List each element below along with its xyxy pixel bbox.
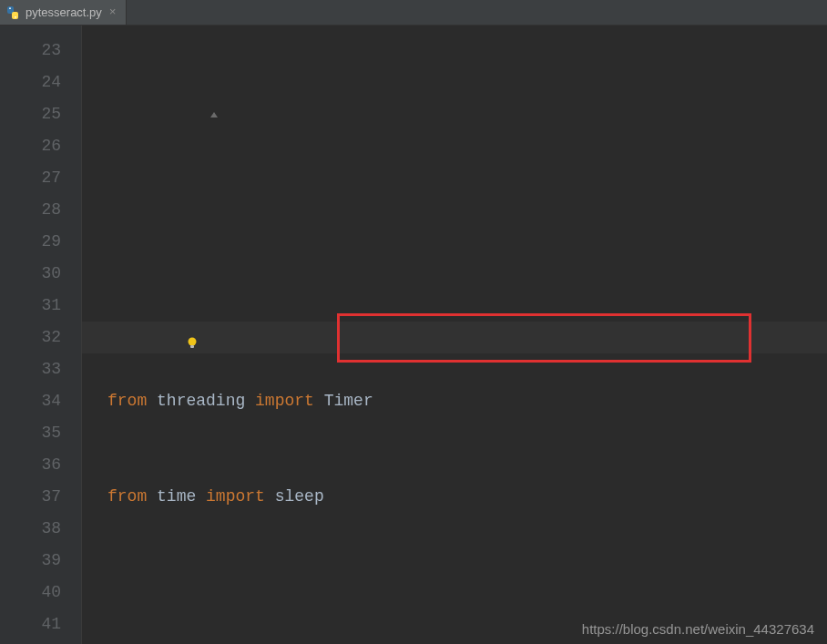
code-line: from time import sleep [107, 481, 827, 513]
line-number: 31 [0, 290, 61, 322]
code-line: from threading import Timer [107, 385, 827, 417]
editor: 23 24 25 26 27 28 29 30 31 32 33 34 35 3… [0, 26, 827, 644]
svg-point-4 [188, 338, 196, 346]
line-number: 24 [0, 66, 61, 98]
python-file-icon [5, 5, 20, 20]
line-number: 35 [0, 417, 61, 449]
line-number: 37 [0, 481, 61, 513]
line-number: 39 [0, 545, 61, 577]
tab-close-icon[interactable]: × [107, 5, 118, 19]
code-area[interactable]: from threading import Timer from time im… [82, 26, 827, 644]
line-number: 29 [0, 226, 61, 258]
line-number: 32 [0, 322, 61, 353]
line-number: 28 [0, 194, 61, 226]
line-number: 38 [0, 513, 61, 545]
svg-point-3 [15, 15, 16, 17]
svg-rect-1 [12, 12, 18, 19]
svg-point-2 [9, 7, 11, 9]
tab-bar: pytesseract.py × [0, 0, 827, 26]
line-number: 34 [0, 385, 61, 417]
line-number: 26 [0, 130, 61, 162]
line-number: 41 [0, 608, 61, 640]
watermark-text: https://blog.csdn.net/weixin_44327634 [582, 621, 814, 637]
svg-rect-5 [190, 345, 194, 348]
intention-bulb-icon[interactable] [126, 299, 140, 313]
line-number: 23 [0, 35, 61, 66]
line-number: 36 [0, 449, 61, 481]
fold-marker-icon[interactable] [149, 68, 160, 79]
tab-filename: pytesseract.py [26, 5, 102, 19]
line-number-gutter: 23 24 25 26 27 28 29 30 31 32 33 34 35 3… [0, 26, 82, 644]
code-line [107, 577, 827, 608]
line-number: 33 [0, 353, 61, 385]
line-number: 27 [0, 162, 61, 194]
file-tab[interactable]: pytesseract.py × [0, 0, 127, 25]
line-number: 30 [0, 258, 61, 290]
line-number: 40 [0, 577, 61, 608]
line-number: 25 [0, 98, 61, 130]
